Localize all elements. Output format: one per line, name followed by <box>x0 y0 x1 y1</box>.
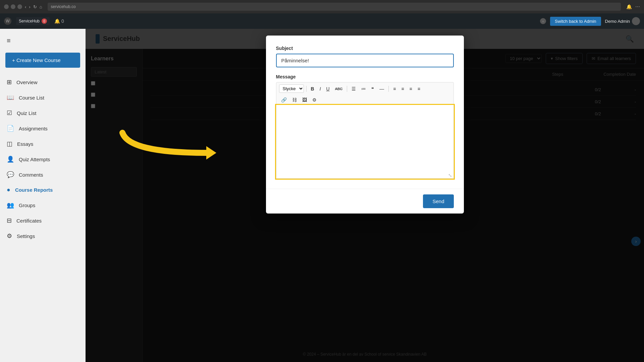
sidebar-item-comments[interactable]: 💬 Comments <box>0 167 86 182</box>
browser-bar: ‹ › ↻ ⌂ servicehub.co 🔔⋯ <box>0 0 644 13</box>
sidebar-item-essays[interactable]: ◫ Essays <box>0 136 86 152</box>
sidebar-item-course-reports-label: Course Reports <box>15 187 53 193</box>
numbered-list-button[interactable]: ≔ <box>359 85 368 93</box>
sidebar-toggle[interactable]: ≡ <box>0 34 86 47</box>
svg-marker-0 <box>206 146 216 160</box>
embed-button[interactable]: ⚙ <box>310 96 319 104</box>
browser-extension-icons: 🔔⋯ <box>626 4 640 9</box>
toolbar-sep-1 <box>306 86 307 92</box>
image-button[interactable]: 🖼 <box>300 96 309 104</box>
browser-address-bar[interactable]: servicehub.co <box>48 3 621 11</box>
align-justify-button[interactable]: ≡ <box>416 85 422 93</box>
bold-button[interactable]: B <box>309 85 316 93</box>
create-course-button[interactable]: + Create New Course <box>5 53 80 68</box>
modal-overlay: Subject Message Stycke B I U ABC <box>86 29 644 362</box>
editor-toolbar: Stycke B I U ABC ☰ ≔ ❝ — ≡ ≡ <box>276 82 454 95</box>
hr-button[interactable]: — <box>377 85 386 93</box>
demo-admin-label: Demo Admin <box>605 17 640 25</box>
notification-icon: 🔔 0 <box>54 18 64 24</box>
browser-url: servicehub.co <box>51 4 76 9</box>
sidebar-item-overview[interactable]: ⊞ Overview <box>0 74 86 90</box>
sidebar-item-assignments[interactable]: 📄 Assignments <box>0 121 86 136</box>
subject-label: Subject <box>276 46 454 51</box>
sidebar-item-groups-label: Groups <box>19 202 35 208</box>
browser-home[interactable]: ⌂ <box>40 4 42 9</box>
sidebar-item-certificates-label: Certificates <box>16 218 42 224</box>
wp-admin-bar-left: W ServiceHub 0 🔔 0 <box>4 17 535 25</box>
sidebar-item-quiz-attempts-label: Quiz Attempts <box>19 157 50 162</box>
browser-controls <box>4 4 22 9</box>
align-right-button[interactable]: ≡ <box>408 85 414 93</box>
course-reports-icon: ● <box>7 186 10 193</box>
wp-admin-bar-right: ○ Switch back to Admin Demo Admin <box>540 17 640 26</box>
quiz-list-icon: ☑ <box>7 109 12 117</box>
main-layout: ≡ + Create New Course ⊞ Overview 📖 Cours… <box>0 29 644 362</box>
comments-icon: 💬 <box>7 171 14 178</box>
align-center-button[interactable]: ≡ <box>399 85 406 93</box>
editor-inner-content[interactable] <box>276 105 453 165</box>
underline-button[interactable]: U <box>324 85 332 93</box>
sidebar-item-comments-label: Comments <box>19 172 43 178</box>
modal-footer: Send <box>266 189 464 214</box>
browser-reload[interactable]: ↻ <box>33 4 37 9</box>
admin-avatar <box>632 17 640 25</box>
sidebar: ≡ + Create New Course ⊞ Overview 📖 Cours… <box>0 29 86 362</box>
style-select[interactable]: Stycke <box>279 84 304 93</box>
sidebar-item-assignments-label: Assignments <box>19 126 48 131</box>
toolbar-sep-3 <box>388 86 389 92</box>
bullet-list-button[interactable]: ☰ <box>350 85 358 93</box>
servicehub-badge: ServiceHub 0 <box>16 17 50 25</box>
browser-close[interactable] <box>4 4 9 9</box>
browser-maximize[interactable] <box>17 4 22 9</box>
unlink-button[interactable]: ⛓ <box>290 96 299 104</box>
admin-circle-icon: ○ <box>540 18 546 24</box>
editor-resize-handle[interactable]: ⤡ <box>448 173 452 178</box>
browser-forward[interactable]: › <box>29 4 30 9</box>
link-button[interactable]: 🔗 <box>279 96 289 104</box>
certificates-icon: ⊟ <box>7 217 12 224</box>
course-list-icon: 📖 <box>7 94 14 101</box>
sidebar-item-course-reports[interactable]: ● Course Reports <box>0 182 86 197</box>
sidebar-item-overview-label: Overview <box>16 79 38 85</box>
blockquote-button[interactable]: ❝ <box>369 85 376 93</box>
sidebar-item-quiz-list[interactable]: ☑ Quiz List <box>0 105 86 121</box>
send-button[interactable]: Send <box>423 194 453 208</box>
overview-icon: ⊞ <box>7 78 12 86</box>
email-modal: Subject Message Stycke B I U ABC <box>266 36 464 214</box>
modal-body: Subject Message Stycke B I U ABC <box>266 36 464 189</box>
browser-back[interactable]: ‹ <box>25 4 26 9</box>
comment-count: 0 <box>42 18 47 24</box>
align-left-button[interactable]: ≡ <box>391 85 398 93</box>
message-label: Message <box>276 74 454 79</box>
toolbar-sep-2 <box>347 86 347 92</box>
essays-icon: ◫ <box>7 140 12 147</box>
sidebar-item-course-list[interactable]: 📖 Course List <box>0 90 86 105</box>
sidebar-item-quiz-attempts[interactable]: 👤 Quiz Attempts <box>0 152 86 167</box>
settings-icon: ⚙ <box>7 232 12 240</box>
browser-minimize[interactable] <box>11 4 15 9</box>
sidebar-item-settings-label: Settings <box>17 233 35 239</box>
message-editor[interactable]: ⤡ <box>276 105 454 179</box>
editor-toolbar-row2: 🔗 ⛓ 🖼 ⚙ <box>276 95 454 105</box>
assignments-icon: 📄 <box>7 125 14 132</box>
sidebar-item-groups[interactable]: 👥 Groups <box>0 197 86 213</box>
sidebar-item-quiz-list-label: Quiz List <box>17 110 36 116</box>
groups-icon: 👥 <box>7 201 14 209</box>
content-area: ServiceHub 🔍 Learners <box>86 29 644 362</box>
sidebar-item-certificates[interactable]: ⊟ Certificates <box>0 213 86 228</box>
wordpress-icon: W <box>4 17 11 25</box>
quiz-attempts-icon: 👤 <box>7 156 14 163</box>
strikethrough-button[interactable]: ABC <box>333 86 345 92</box>
sidebar-item-course-list-label: Course List <box>19 95 44 101</box>
sidebar-toggle-button[interactable]: ≡ <box>7 37 11 45</box>
arrow-annotation <box>112 126 223 171</box>
servicehub-label: ServiceHub <box>19 19 40 23</box>
subject-input[interactable] <box>276 54 454 67</box>
italic-button[interactable]: I <box>318 85 323 93</box>
sidebar-item-essays-label: Essays <box>17 141 33 147</box>
switch-back-button[interactable]: Switch back to Admin <box>550 17 601 26</box>
wp-admin-bar: W ServiceHub 0 🔔 0 ○ Switch back to Admi… <box>0 13 644 29</box>
sidebar-item-settings[interactable]: ⚙ Settings <box>0 228 86 244</box>
